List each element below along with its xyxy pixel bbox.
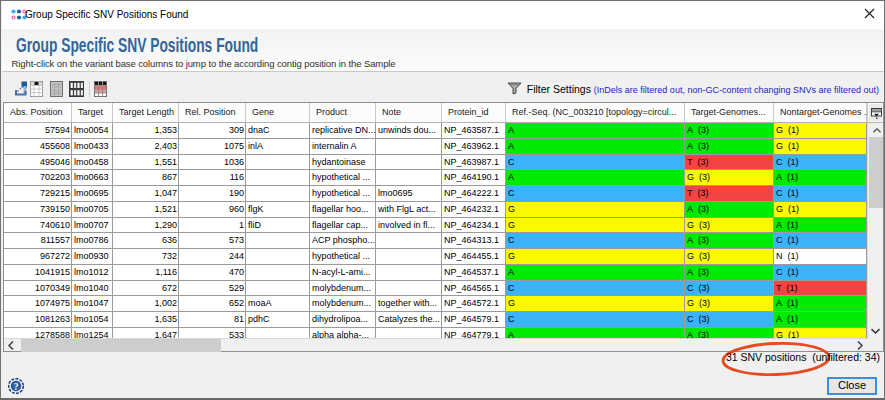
svg-text:?: ? bbox=[14, 382, 19, 392]
